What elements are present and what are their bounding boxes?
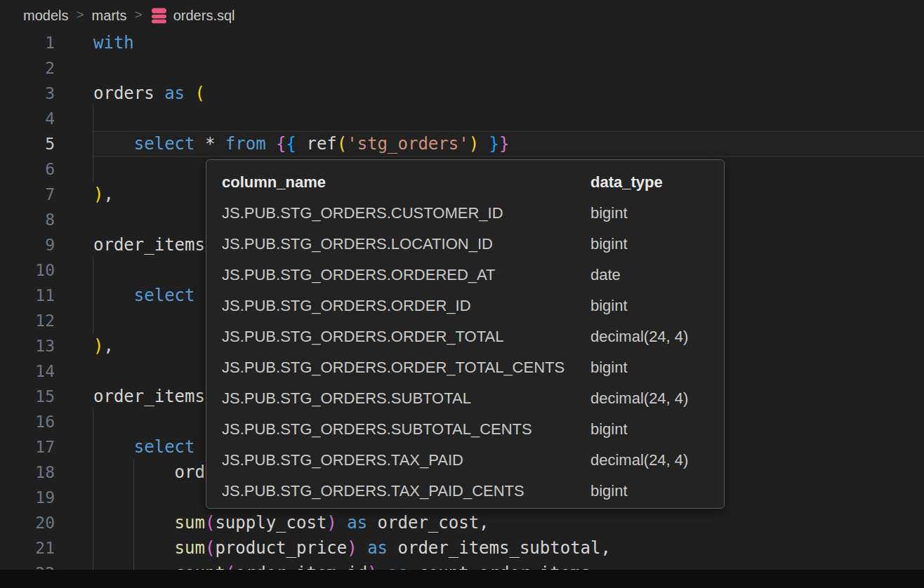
data-type-cell: bigint	[590, 420, 724, 439]
chevron-right-icon: >	[135, 7, 143, 22]
data-type-cell: date	[590, 266, 724, 284]
line-number: 9	[0, 232, 55, 258]
code-line-5[interactable]: 5 select * from {{ ref('stg_orders') }}	[0, 131, 924, 156]
column-name-header: column_name	[222, 173, 590, 192]
column-name-cell: JS.PUB.STG_ORDERS.ORDER_ID	[222, 297, 590, 315]
line-number: 13	[0, 333, 55, 359]
column-name-cell: JS.PUB.STG_ORDERS.SUBTOTAL	[222, 389, 590, 408]
table-row: JS.PUB.STG_ORDERS.TAX_PAID_CENTSbigint	[206, 476, 724, 507]
column-name-cell: JS.PUB.STG_ORDERS.TAX_PAID	[222, 451, 590, 469]
data-type-cell: bigint	[590, 297, 724, 315]
line-number: 4	[0, 106, 55, 131]
code-line-2[interactable]: 2	[0, 55, 924, 81]
line-number: 16	[0, 409, 55, 434]
code-text: select * from {{ ref('stg_orders') }}	[93, 131, 924, 156]
table-row: JS.PUB.STG_ORDERS.ORDERED_ATdate	[206, 260, 724, 290]
data-type-cell: decimal(24, 4)	[590, 389, 724, 408]
line-number: 11	[0, 283, 55, 308]
data-type-cell: bigint	[590, 235, 724, 253]
column-name-cell: JS.PUB.STG_ORDERS.ORDER_TOTAL	[222, 328, 590, 346]
breadcrumb: models > marts > orders.sql	[0, 0, 924, 31]
code-text	[93, 55, 924, 81]
code-text: with	[93, 30, 924, 55]
column-info-popup: column_name data_type JS.PUB.STG_ORDERS.…	[206, 159, 725, 509]
line-number: 10	[0, 258, 55, 283]
code-text: sum(supply_cost) as order_cost,	[93, 510, 924, 535]
column-name-cell: JS.PUB.STG_ORDERS.ORDERED_AT	[222, 266, 590, 284]
column-name-cell: JS.PUB.STG_ORDERS.SUBTOTAL_CENTS	[222, 420, 590, 439]
data-type-cell: bigint	[590, 482, 724, 500]
database-icon	[150, 7, 168, 24]
code-line-1[interactable]: 1with	[0, 30, 924, 55]
table-row: JS.PUB.STG_ORDERS.SUBTOTAL_CENTSbigint	[206, 414, 724, 445]
code-line-20[interactable]: 20 sum(supply_cost) as order_cost,	[0, 510, 924, 535]
popup-header-row: column_name data_type	[206, 167, 724, 198]
file-name: orders.sql	[173, 8, 235, 24]
line-number: 1	[0, 30, 55, 55]
breadcrumb-item-marts[interactable]: marts	[92, 8, 127, 24]
column-name-cell: JS.PUB.STG_ORDERS.CUSTOMER_ID	[222, 204, 590, 222]
data-type-cell: bigint	[590, 204, 724, 222]
line-number: 7	[0, 182, 55, 207]
code-line-4[interactable]: 4	[0, 106, 924, 131]
line-number: 18	[0, 460, 55, 485]
line-number: 6	[0, 156, 55, 182]
line-number: 20	[0, 510, 55, 535]
line-number: 2	[0, 55, 55, 81]
table-row: JS.PUB.STG_ORDERS.ORDER_TOTALdecimal(24,…	[206, 321, 724, 352]
line-number: 5	[0, 131, 55, 156]
line-number: 8	[0, 207, 55, 232]
table-row: JS.PUB.STG_ORDERS.LOCATION_IDbigint	[206, 229, 724, 260]
column-name-cell: JS.PUB.STG_ORDERS.LOCATION_ID	[222, 235, 590, 253]
table-row: JS.PUB.STG_ORDERS.SUBTOTALdecimal(24, 4)	[206, 383, 724, 414]
breadcrumb-item-models[interactable]: models	[23, 8, 68, 24]
line-number: 21	[0, 535, 55, 561]
data-type-header: data_type	[590, 173, 724, 192]
code-text: sum(product_price) as order_items_subtot…	[93, 535, 924, 561]
line-number: 12	[0, 308, 55, 333]
bottom-panel-edge	[0, 570, 924, 588]
data-type-cell: decimal(24, 4)	[590, 328, 724, 346]
code-text	[93, 106, 924, 131]
line-number: 19	[0, 485, 55, 510]
editor-window: models > marts > orders.sql 1with23order…	[0, 0, 924, 588]
line-number: 3	[0, 81, 55, 106]
code-text: orders as (	[93, 81, 924, 106]
table-row: JS.PUB.STG_ORDERS.ORDER_IDbigint	[206, 290, 724, 321]
table-row: JS.PUB.STG_ORDERS.CUSTOMER_IDbigint	[206, 198, 724, 229]
line-number: 15	[0, 384, 55, 409]
line-number: 14	[0, 359, 55, 384]
column-name-cell: JS.PUB.STG_ORDERS.TAX_PAID_CENTS	[222, 482, 590, 500]
breadcrumb-item-file[interactable]: orders.sql	[150, 7, 235, 24]
column-name-cell: JS.PUB.STG_ORDERS.ORDER_TOTAL_CENTS	[222, 359, 590, 377]
code-line-21[interactable]: 21 sum(product_price) as order_items_sub…	[0, 535, 924, 561]
data-type-cell: decimal(24, 4)	[590, 451, 724, 469]
table-row: JS.PUB.STG_ORDERS.TAX_PAIDdecimal(24, 4)	[206, 445, 724, 476]
code-line-3[interactable]: 3orders as (	[0, 81, 924, 106]
line-number: 17	[0, 434, 55, 460]
chevron-right-icon: >	[76, 7, 84, 22]
table-row: JS.PUB.STG_ORDERS.ORDER_TOTAL_CENTSbigin…	[206, 352, 724, 383]
data-type-cell: bigint	[590, 359, 724, 377]
